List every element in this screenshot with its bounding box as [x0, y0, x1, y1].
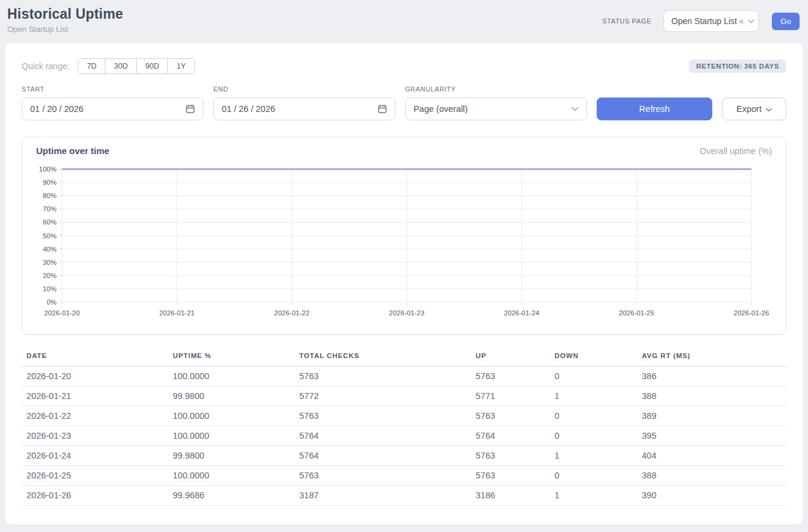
table-cell: 5763	[294, 466, 471, 486]
x-axis-label: 2026-01-24	[504, 309, 539, 317]
header-controls: STATUS PAGE Open Startup List × Go	[602, 10, 800, 32]
export-label: Export	[736, 104, 762, 114]
table-cell: 0	[550, 426, 637, 446]
x-axis-label: 2026-01-20	[45, 309, 80, 317]
table-cell: 5771	[471, 386, 550, 406]
table-cell: 3187	[294, 486, 471, 506]
calendar-icon[interactable]	[185, 104, 195, 114]
quick-range-row: Quick range: 7D30D90D1Y RETENTION: 365 D…	[22, 58, 786, 74]
chart-header: Uptime over time Overall uptime (%)	[31, 146, 777, 156]
granularity-label: GRANULARITY	[405, 85, 587, 93]
y-axis-label: 100%	[39, 165, 57, 173]
granularity-select[interactable]: Page (overall)	[405, 97, 587, 120]
start-date-input[interactable]: 01 / 20 / 2026	[22, 97, 204, 120]
calendar-icon[interactable]	[378, 104, 387, 114]
column-header: DOWN	[550, 349, 637, 367]
go-button[interactable]: Go	[772, 13, 800, 30]
column-header: TOTAL CHECKS	[294, 349, 471, 367]
y-axis-label: 40%	[43, 246, 57, 253]
quick-range-label: Quick range:	[22, 61, 69, 71]
table-cell: 5763	[471, 406, 550, 426]
table-cell: 2026-01-20	[22, 367, 168, 386]
table-cell: 2026-01-23	[22, 426, 168, 446]
table-cell: 2026-01-24	[22, 446, 168, 466]
y-axis-label: 60%	[43, 218, 57, 226]
table-cell: 386	[637, 367, 786, 386]
status-page-selected-value: Open Startup List	[671, 16, 737, 26]
quick-range-group: 7D30D90D1Y	[78, 58, 194, 74]
table-cell: 100.0000	[168, 367, 294, 386]
table-cell: 0	[550, 367, 637, 386]
table-cell: 99.9800	[168, 446, 294, 466]
x-axis-label: 2026-01-25	[619, 309, 654, 317]
column-header: AVG RT (MS)	[637, 349, 786, 367]
table-cell: 0	[550, 466, 637, 486]
table-cell: 2026-01-26	[22, 486, 168, 506]
y-axis-label: 30%	[43, 259, 57, 266]
page-title: Historical Uptime	[7, 6, 123, 22]
end-date-field: END 01 / 26 / 2026	[213, 85, 395, 120]
refresh-button[interactable]: Refresh	[597, 97, 712, 120]
status-page-label: STATUS PAGE	[602, 17, 651, 25]
table-cell: 2026-01-25	[22, 466, 168, 486]
quick-range-30d-button[interactable]: 30D	[105, 59, 136, 73]
main-panel: Quick range: 7D30D90D1Y RETENTION: 365 D…	[5, 43, 803, 525]
quick-range-90d-button[interactable]: 90D	[136, 59, 167, 73]
table-cell: 5764	[471, 426, 550, 446]
granularity-field: GRANULARITY Page (overall)	[405, 85, 587, 120]
table-cell: 1	[550, 446, 637, 466]
filters-row: START 01 / 20 / 2026 END 01 / 26 / 2026	[22, 85, 786, 120]
table-cell: 5772	[294, 386, 471, 406]
table-cell: 1	[550, 486, 637, 506]
granularity-selected-value: Page (overall)	[414, 104, 468, 114]
table-row: 2026-01-25100.0000576357630388	[22, 466, 786, 486]
y-axis-label: 70%	[43, 205, 57, 212]
column-header: DATE	[22, 349, 168, 367]
start-label: START	[22, 85, 204, 93]
export-button[interactable]: Export	[722, 97, 786, 120]
x-axis-label: 2026-01-23	[389, 309, 424, 317]
chevron-down-icon	[571, 107, 579, 111]
table-row: 2026-01-20100.0000576357630386	[22, 367, 786, 386]
title-block: Historical Uptime Open Startup List	[7, 6, 123, 34]
table-cell: 5763	[471, 446, 550, 466]
end-label: END	[213, 85, 395, 93]
table-cell: 390	[637, 486, 786, 506]
end-date-value: 01 / 26 / 2026	[222, 104, 275, 114]
y-axis-label: 20%	[43, 272, 57, 279]
table-cell: 100.0000	[168, 466, 294, 486]
start-date-value: 01 / 20 / 2026	[30, 104, 84, 114]
uptime-line-chart: 100%90%80%70%60%50%40%30%20%10%0%2026-01…	[31, 163, 777, 321]
table-cell: 100.0000	[168, 426, 294, 446]
end-date-input[interactable]: 01 / 26 / 2026	[213, 97, 395, 120]
chart-legend: Overall uptime (%)	[700, 146, 772, 156]
y-axis-label: 80%	[43, 192, 57, 199]
table-row: 2026-01-22100.0000576357630389	[22, 406, 786, 426]
quick-range-1y-button[interactable]: 1Y	[167, 59, 194, 73]
y-axis-label: 0%	[46, 298, 57, 306]
table-cell: 389	[637, 406, 786, 426]
quick-range-7d-button[interactable]: 7D	[78, 59, 105, 73]
table-cell: 5764	[294, 426, 471, 446]
table-cell: 5763	[294, 406, 471, 426]
chevron-down-icon	[748, 19, 754, 23]
uptime-chart-card: Uptime over time Overall uptime (%) 100%…	[22, 137, 786, 335]
table-cell: 0	[550, 406, 637, 426]
table-row: 2026-01-2499.9800576457631404	[22, 446, 786, 466]
x-axis-label: 2026-01-21	[159, 309, 194, 317]
table-cell: 99.9686	[168, 486, 294, 506]
clear-selection-icon[interactable]: ×	[739, 17, 744, 26]
table-cell: 1	[550, 386, 637, 406]
table-cell: 2026-01-21	[22, 386, 168, 406]
table-cell: 5763	[471, 466, 550, 486]
table-cell: 5763	[294, 367, 471, 386]
table-cell: 404	[637, 446, 786, 466]
table-cell: 2026-01-22	[22, 406, 168, 426]
column-header: UP	[471, 349, 550, 367]
x-axis-label: 2026-01-22	[274, 309, 309, 317]
status-page-select[interactable]: Open Startup List ×	[663, 10, 759, 32]
table-cell: 5764	[294, 446, 471, 466]
column-header: UPTIME %	[168, 349, 294, 367]
table-cell: 99.9800	[168, 386, 294, 406]
chevron-down-icon	[766, 104, 772, 114]
